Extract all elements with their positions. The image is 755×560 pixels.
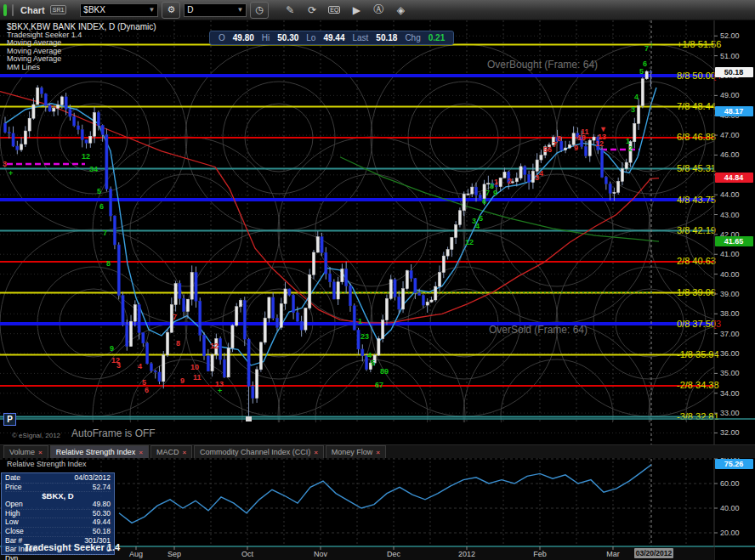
- svg-text:2: 2: [628, 144, 633, 153]
- svg-text:5: 5: [371, 359, 375, 367]
- rsi-pane-title: Relative Strength Index: [7, 460, 87, 468]
- eq-icon[interactable]: EQ: [325, 3, 343, 18]
- auto-a-icon[interactable]: Ⓐ: [369, 3, 388, 18]
- play-icon[interactable]: ▶: [347, 3, 366, 18]
- murrey-label: 7/8 48.44: [677, 101, 716, 111]
- svg-text:35.00: 35.00: [720, 369, 740, 377]
- svg-text:3: 3: [3, 160, 7, 168]
- svg-text:23: 23: [360, 332, 369, 341]
- svg-text:43.00: 43.00: [720, 211, 740, 219]
- svg-text:Mar: Mar: [606, 550, 620, 558]
- dw-value: 49.44: [93, 518, 111, 527]
- murrey-label: 4/8 43.75: [677, 195, 716, 205]
- symbol-input[interactable]: $BKX ▼: [80, 3, 158, 17]
- dw-label: Bar #: [5, 537, 22, 546]
- svg-text:10: 10: [190, 363, 199, 371]
- svg-text:↑: ↑: [650, 41, 654, 49]
- close-icon[interactable]: ×: [314, 449, 318, 456]
- study-watermark: Tradesight Seeker 1.4: [24, 542, 120, 552]
- svg-text:44.00: 44.00: [720, 190, 740, 199]
- change-value: 0.21: [429, 33, 445, 42]
- svg-text:4: 4: [539, 169, 543, 178]
- svg-text:13: 13: [598, 133, 606, 141]
- svg-text:OverSold (Frame: 64): OverSold (Frame: 64): [489, 324, 588, 336]
- murrey-label: 1/8 39.06: [677, 287, 716, 297]
- dw-value: 50.18: [93, 528, 111, 536]
- pencil-icon[interactable]: ✎: [281, 3, 299, 18]
- svg-text:7: 7: [173, 313, 177, 321]
- high-label: Hi: [262, 33, 270, 42]
- status-indicator: [3, 4, 7, 16]
- chevron-down-icon[interactable]: ▼: [148, 6, 155, 14]
- svg-text:12: 12: [210, 342, 219, 350]
- close-icon[interactable]: ×: [139, 449, 143, 456]
- indicator-tabs: Volume × Relative Strength Index × MACD …: [0, 444, 755, 458]
- interval-input[interactable]: D ▼: [184, 3, 247, 17]
- last-label: Last: [352, 33, 368, 42]
- eraser-icon[interactable]: ◈: [391, 3, 410, 18]
- gear-icon[interactable]: ⚙: [162, 2, 180, 19]
- tab-label: Volume: [9, 448, 35, 456]
- quote-bar: O 49.80 Hi 50.30 Lo 49.44 Last 50.18 Chg…: [209, 31, 454, 45]
- murrey-label: 6/8 46.88: [677, 132, 716, 142]
- tab-relative-strength-index[interactable]: Relative Strength Index ×: [50, 445, 149, 458]
- dw-label: Dyn: [5, 555, 18, 560]
- svg-text:8: 8: [106, 259, 111, 268]
- clock-icon[interactable]: ◷: [250, 2, 269, 19]
- copyright-text: © eSignal, 2012: [12, 432, 60, 439]
- svg-text:2012: 2012: [458, 550, 475, 558]
- svg-text:32.00: 32.00: [720, 428, 740, 437]
- murrey-label: 8/8 50.00: [677, 71, 716, 81]
- dw-label: Open: [5, 501, 23, 509]
- svg-text:+: +: [9, 169, 13, 178]
- tab-macd[interactable]: MACD ×: [150, 445, 192, 458]
- murrey-label: -1/8 35.94: [677, 349, 719, 359]
- svg-text:5: 5: [97, 187, 101, 195]
- svg-text:6: 6: [482, 197, 486, 206]
- dw-value: 49.80: [93, 501, 111, 509]
- svg-text:37.00: 37.00: [720, 330, 740, 338]
- tab-label: Money Flow: [332, 448, 373, 456]
- svg-text:41.65: 41.65: [724, 237, 744, 246]
- svg-text:47.00: 47.00: [720, 131, 740, 139]
- svg-text:34: 34: [89, 165, 98, 173]
- window-title: Chart: [20, 5, 45, 15]
- close-icon[interactable]: ×: [376, 449, 380, 456]
- murrey-label: 2/8 40.63: [677, 256, 716, 266]
- svg-text:Aug: Aug: [129, 550, 143, 558]
- murrey-label: -3/8 32.81: [677, 411, 719, 421]
- svg-text:Dec: Dec: [387, 550, 401, 558]
- dw-value: 52.74: [93, 484, 111, 492]
- dw-label: Close: [5, 528, 24, 536]
- refresh-icon[interactable]: ⟳: [303, 3, 321, 18]
- tab-money-flow[interactable]: Money Flow ×: [326, 445, 386, 458]
- svg-text:56: 56: [543, 145, 552, 154]
- tab-label: MACD: [156, 448, 179, 456]
- chevron-down-icon[interactable]: ▼: [236, 6, 243, 14]
- svg-text:89: 89: [380, 367, 389, 376]
- svg-text:48.17: 48.17: [724, 107, 744, 116]
- svg-text:8: 8: [176, 339, 180, 348]
- svg-text:Nov: Nov: [314, 550, 328, 558]
- svg-text:52.00: 52.00: [720, 31, 740, 40]
- svg-text:Feb: Feb: [533, 550, 547, 558]
- svg-text:6: 6: [145, 386, 149, 394]
- close-icon[interactable]: ×: [38, 449, 43, 456]
- svg-text:Oct: Oct: [241, 550, 254, 558]
- svg-text:34.00: 34.00: [720, 389, 740, 398]
- tab-volume[interactable]: Volume ×: [3, 445, 48, 458]
- open-label: O: [219, 33, 225, 42]
- svg-text:13: 13: [215, 380, 224, 388]
- low-value: 49.44: [323, 33, 344, 42]
- svg-text:33.00: 33.00: [720, 409, 740, 417]
- p-button[interactable]: P: [3, 413, 16, 426]
- autoframe-status: AutoFrame is OFF: [71, 427, 156, 439]
- tab-cci[interactable]: Commodity Channel Index (CCI) ×: [194, 445, 324, 458]
- svg-text:51.00: 51.00: [720, 52, 740, 60]
- close-icon[interactable]: ×: [182, 449, 186, 456]
- svg-text:75.26: 75.26: [724, 460, 744, 468]
- svg-text:▼: ▼: [599, 125, 607, 133]
- tab-label: Relative Strength Index: [56, 448, 136, 456]
- open-value: 49.80: [233, 33, 254, 42]
- svg-text:03/20/2012: 03/20/2012: [636, 549, 673, 557]
